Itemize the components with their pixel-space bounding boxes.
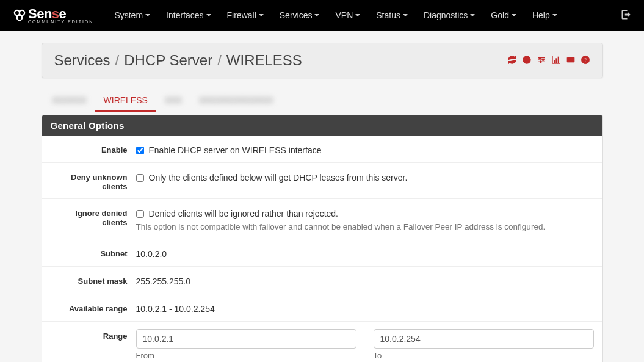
enable-checkbox[interactable] [136, 147, 144, 154]
row-enable: Enable Enable DHCP server on WIRELESS in… [42, 136, 602, 163]
logo-text: Sense [28, 7, 93, 21]
label-mask: Subnet mask [51, 274, 136, 286]
record-icon[interactable] [522, 55, 532, 67]
logo[interactable]: Sense COMMUNITY EDITION [12, 7, 93, 24]
label-enable: Enable [51, 143, 136, 154]
row-available-range: Available range 10.0.2.1 - 10.0.2.254 [42, 294, 602, 322]
navbar-right [621, 9, 632, 22]
nav-gold[interactable]: Gold [485, 7, 523, 24]
log-icon[interactable] [566, 55, 576, 67]
breadcrumb-item[interactable]: WIRELESS [226, 52, 302, 69]
caret-down-icon [552, 14, 557, 16]
svg-point-4 [525, 58, 528, 61]
caret-down-icon [355, 14, 360, 16]
label-available: Available range [51, 302, 136, 313]
ignore-help-text: This option is not compatible with failo… [136, 222, 594, 231]
help-icon[interactable]: ? [581, 55, 590, 67]
nav-vpn[interactable]: VPN [329, 7, 366, 24]
caret-down-icon [470, 14, 475, 16]
panel-title: General Options [42, 115, 602, 136]
row-range: Range From To [42, 322, 602, 362]
nav-status[interactable]: Status [370, 7, 414, 24]
breadcrumb-separator: / [115, 52, 120, 69]
header-actions: ? [507, 55, 590, 67]
breadcrumb: Services / DHCP Server / WIRELESS [54, 52, 302, 69]
svg-rect-13 [554, 60, 555, 63]
breadcrumb-item[interactable]: Services [54, 52, 110, 69]
nav-interfaces[interactable]: Interfaces [160, 7, 217, 24]
range-to-input[interactable] [374, 329, 594, 349]
caret-down-icon [259, 14, 264, 16]
tab-item[interactable]: XXX [156, 89, 190, 111]
label-range: Range [51, 329, 136, 341]
navbar-left: Sense COMMUNITY EDITION System Interface… [12, 7, 563, 24]
tab-item[interactable]: XXXXXX [44, 89, 95, 111]
logout-icon[interactable] [621, 9, 632, 22]
page-header: Services / DHCP Server / WIRELESS ? [42, 43, 603, 78]
row-deny-unknown: Deny unknown clients Only the clients de… [42, 163, 602, 199]
row-subnet: Subnet 10.0.2.0 [42, 239, 602, 267]
reload-icon[interactable] [507, 55, 517, 67]
caret-down-icon [145, 14, 150, 16]
nav-system[interactable]: System [108, 7, 156, 24]
top-navbar: Sense COMMUNITY EDITION System Interface… [0, 0, 644, 31]
sliders-icon[interactable] [537, 55, 546, 67]
deny-unknown-checkbox[interactable] [136, 174, 144, 182]
nav-services[interactable]: Services [273, 7, 326, 24]
deny-text: Only the clients defined below will get … [149, 173, 408, 183]
tab-wireless[interactable]: WIRELESS [95, 89, 156, 111]
ignore-denied-checkbox[interactable] [136, 210, 144, 218]
svg-rect-15 [557, 56, 559, 63]
row-ignore-denied: Ignore denied clients Denied clients wil… [42, 199, 602, 239]
logo-gears-icon [12, 8, 27, 23]
mask-value: 255.255.255.0 [136, 274, 594, 286]
enable-text: Enable DHCP server on WIRELESS interface [149, 145, 322, 155]
caret-down-icon [206, 14, 211, 16]
caret-down-icon [314, 14, 319, 16]
chart-icon[interactable] [551, 55, 561, 67]
range-from-label: From [136, 351, 356, 360]
caret-down-icon [403, 14, 408, 16]
breadcrumb-separator: / [217, 52, 222, 69]
breadcrumb-item[interactable]: DHCP Server [124, 52, 212, 69]
svg-text:?: ? [584, 57, 587, 63]
subnet-value: 10.0.2.0 [136, 247, 594, 259]
label-subnet: Subnet [51, 247, 136, 258]
caret-down-icon [512, 14, 516, 16]
svg-point-2 [17, 15, 22, 20]
label-ignore: Ignore denied clients [51, 206, 136, 227]
available-range-value: 10.0.2.1 - 10.0.2.254 [136, 302, 594, 314]
row-subnet-mask: Subnet mask 255.255.255.0 [42, 267, 602, 294]
range-to-label: To [374, 351, 594, 360]
svg-rect-14 [555, 58, 557, 63]
svg-point-10 [540, 61, 541, 63]
nav-help[interactable]: Help [526, 7, 563, 24]
general-options-panel: General Options Enable Enable DHCP serve… [42, 115, 603, 362]
logo-subtitle: COMMUNITY EDITION [28, 20, 93, 24]
nav-diagnostics[interactable]: Diagnostics [418, 7, 481, 24]
svg-rect-17 [568, 59, 571, 59]
svg-point-8 [539, 57, 541, 59]
nav-firewall[interactable]: Firewall [221, 7, 270, 24]
interface-tabs: XXXXXX WIRELESS XXX XXXXXXXXXXXXX [42, 89, 603, 111]
range-from-input[interactable] [136, 329, 356, 349]
svg-rect-18 [568, 60, 571, 60]
label-deny: Deny unknown clients [51, 170, 136, 191]
svg-point-9 [542, 59, 544, 60]
tab-item[interactable]: XXXXXXXXXXXXX [190, 89, 281, 111]
ignore-text: Denied clients will be ignored rather th… [149, 209, 339, 219]
